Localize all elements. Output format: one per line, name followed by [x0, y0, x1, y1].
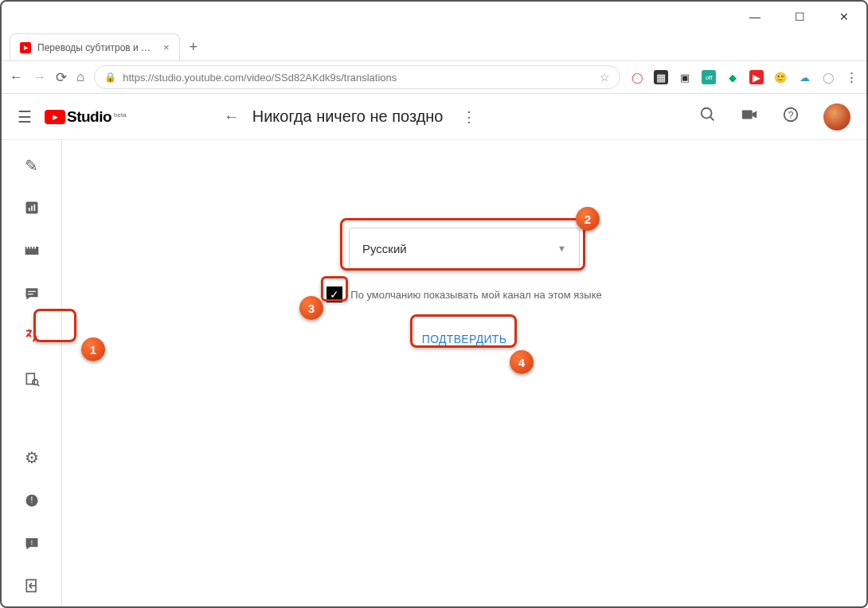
svg-point-0 [702, 108, 712, 119]
svg-rect-6 [28, 208, 29, 211]
annotation-number-4: 4 [510, 350, 534, 374]
tab-title: Переводы субтитров и метадан… [37, 42, 157, 53]
studio-logo[interactable]: Studio beta [45, 108, 127, 126]
sidebar-whatsnew-icon[interactable]: ! [16, 489, 48, 512]
ext-dark-icon[interactable]: ▦ [654, 70, 668, 84]
user-avatar[interactable] [823, 103, 850, 131]
nav-home-icon[interactable]: ⌂ [76, 69, 84, 85]
nav-forward-icon[interactable]: → [33, 69, 46, 85]
svg-rect-12 [32, 247, 33, 249]
sidebar-settings-icon[interactable]: ⚙ [16, 447, 48, 470]
svg-rect-10 [26, 247, 28, 249]
sidebar-editor-icon[interactable] [16, 240, 48, 262]
annotation-highlight-4 [410, 314, 517, 348]
annotation-number-1: 1 [81, 337, 105, 361]
svg-rect-14 [28, 290, 36, 291]
annotation-number-2: 2 [576, 207, 600, 231]
tab-close-icon[interactable]: × [163, 41, 170, 53]
ext-opera-icon[interactable]: ◯ [630, 70, 644, 84]
window-close[interactable]: ✕ [833, 10, 855, 23]
nav-reload-icon[interactable]: ⟳ [56, 69, 67, 86]
hamburger-menu-icon[interactable]: ☰ [18, 107, 32, 127]
svg-text:!: ! [30, 538, 32, 546]
checkbox-label: По умолчанию показывать мой канал на это… [350, 289, 601, 301]
youtube-play-icon [45, 110, 65, 124]
logo-text: Studio [67, 108, 111, 126]
url-text: https://studio.youtube.com/video/SSd82AK… [123, 72, 593, 84]
svg-rect-15 [28, 294, 33, 294]
annotation-highlight-1 [33, 309, 76, 342]
sidebar-comments-icon[interactable] [16, 283, 48, 305]
studio-header: ☰ Studio beta ← Никогда ничего не поздно… [2, 94, 866, 140]
lock-icon: 🔒 [104, 72, 116, 83]
header-back-icon[interactable]: ← [224, 107, 240, 126]
ext-play-icon[interactable]: ▶ [749, 70, 764, 84]
sidebar-other-icon[interactable] [16, 368, 48, 390]
ext-drive-icon[interactable]: ◆ [725, 70, 740, 84]
default-language-row: ✓ По умолчанию показывать мой канал на э… [326, 286, 601, 302]
bookmark-star-icon[interactable]: ☆ [600, 71, 610, 84]
ext-toggle-icon[interactable]: off [702, 70, 716, 84]
window-titlebar: — ☐ ✕ [2, 2, 866, 32]
window-minimize[interactable]: — [744, 10, 766, 23]
help-icon[interactable]: ? [782, 106, 800, 127]
svg-rect-13 [34, 247, 36, 249]
new-tab-button[interactable]: + [190, 33, 198, 60]
annotation-number-3: 3 [299, 296, 323, 320]
svg-text:?: ? [788, 110, 794, 121]
svg-text:!: ! [30, 496, 33, 505]
ext-profile-icon[interactable]: ◯ [821, 70, 835, 84]
header-more-icon[interactable]: ⋮ [462, 108, 476, 126]
svg-line-18 [37, 384, 39, 386]
ext-face-icon[interactable]: 🙂 [773, 70, 788, 84]
logo-beta-badge: beta [114, 111, 127, 119]
svg-rect-16 [26, 373, 34, 384]
svg-line-1 [710, 117, 714, 121]
sidebar-classic-icon[interactable] [16, 575, 48, 597]
create-video-icon[interactable] [741, 106, 758, 127]
search-icon[interactable] [699, 106, 717, 127]
svg-rect-2 [742, 111, 753, 119]
main-content: Русский ▼ ✓ По умолчанию показывать мой … [62, 140, 866, 606]
browser-toolbar: ← → ⟳ ⌂ 🔒 https://studio.youtube.com/vid… [2, 60, 866, 94]
video-title: Никогда ничего не поздно [252, 107, 444, 126]
ext-badge-icon[interactable]: ▣ [678, 70, 692, 84]
address-bar[interactable]: 🔒 https://studio.youtube.com/video/SSd82… [94, 65, 620, 89]
sidebar-analytics-icon[interactable] [16, 197, 48, 220]
annotation-highlight-3 [321, 276, 348, 302]
window-maximize[interactable]: ☐ [788, 10, 811, 23]
nav-back-icon[interactable]: ← [10, 69, 23, 85]
svg-rect-7 [31, 206, 33, 212]
youtube-favicon-icon [20, 42, 31, 53]
sidebar: ✎ ⚙ ! ! [2, 140, 62, 606]
annotation-highlight-2 [340, 218, 585, 271]
sidebar-feedback-icon[interactable]: ! [16, 532, 48, 555]
sidebar-edit-icon[interactable]: ✎ [16, 154, 48, 177]
ext-cloud-icon[interactable]: ☁ [797, 70, 811, 84]
svg-rect-8 [33, 205, 35, 211]
browser-tab[interactable]: Переводы субтитров и метадан… × [10, 33, 180, 60]
browser-menu-icon[interactable]: ⋮ [845, 69, 858, 86]
svg-rect-11 [29, 247, 30, 249]
browser-tabstrip: Переводы субтитров и метадан… × + [2, 32, 866, 60]
